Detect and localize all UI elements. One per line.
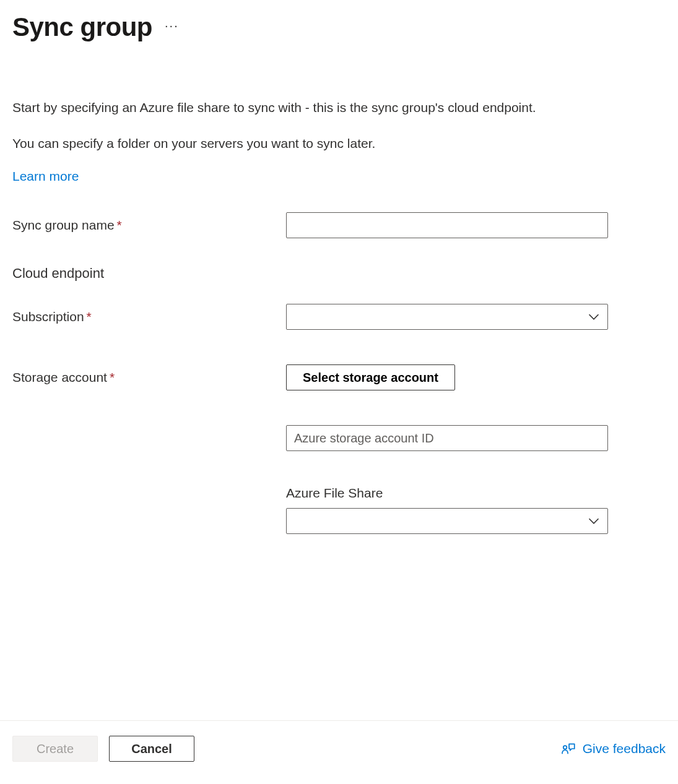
required-indicator: * <box>87 309 92 324</box>
select-storage-account-button[interactable]: Select storage account <box>286 364 455 390</box>
more-icon[interactable]: ··· <box>165 19 179 37</box>
svg-point-0 <box>563 746 567 749</box>
give-feedback-link[interactable]: Give feedback <box>560 741 666 757</box>
page-title: Sync group <box>12 12 152 42</box>
azure-file-share-dropdown[interactable] <box>286 508 608 534</box>
give-feedback-label: Give feedback <box>583 741 666 756</box>
required-indicator: * <box>110 370 115 384</box>
storage-account-label: Storage account* <box>12 370 286 385</box>
create-button[interactable]: Create <box>12 736 98 762</box>
learn-more-link[interactable]: Learn more <box>12 169 79 184</box>
feedback-icon <box>560 741 576 757</box>
sync-group-name-input[interactable] <box>286 212 608 238</box>
intro-line-1: Start by specifying an Azure file share … <box>12 98 666 118</box>
storage-account-id-input[interactable] <box>286 425 608 451</box>
chevron-down-icon <box>588 311 600 323</box>
subscription-label: Subscription* <box>12 309 286 324</box>
footer: Create Cancel Give feedback <box>0 720 678 784</box>
intro-line-2: You can specify a folder on your servers… <box>12 134 666 153</box>
required-indicator: * <box>117 218 122 232</box>
azure-file-share-label: Azure File Share <box>286 486 608 501</box>
cancel-button[interactable]: Cancel <box>109 736 194 762</box>
sync-group-name-label: Sync group name* <box>12 218 286 233</box>
subscription-dropdown[interactable] <box>286 304 608 330</box>
cloud-endpoint-heading: Cloud endpoint <box>12 265 666 282</box>
chevron-down-icon <box>588 515 600 527</box>
